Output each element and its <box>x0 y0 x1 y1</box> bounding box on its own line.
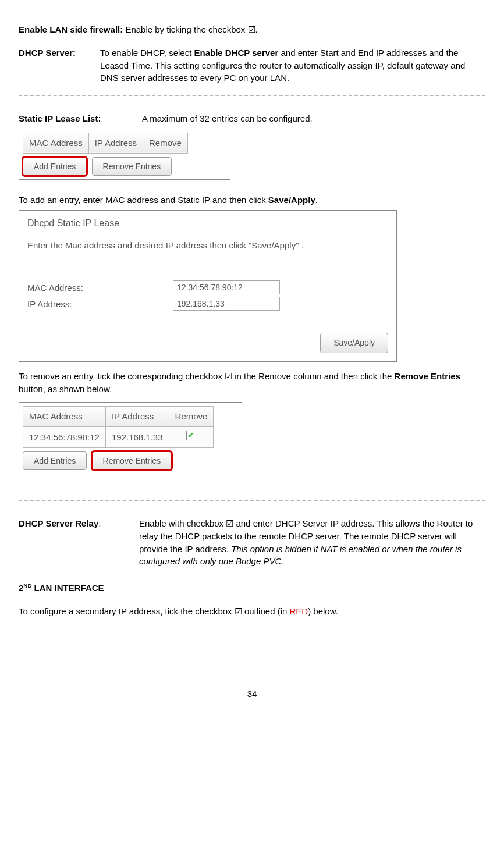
sl-text-red: RED <box>289 606 308 616</box>
relay-text-a: Enable with checkbox <box>139 518 226 528</box>
save-apply-button[interactable]: Save/Apply <box>320 333 388 353</box>
lease-table-empty: MAC Address IP Address Remove <box>23 133 188 154</box>
sl-text-c: ) below. <box>308 606 338 616</box>
ip-input[interactable] <box>173 297 280 311</box>
second-lan-text: To configure a secondary IP address, tic… <box>19 605 485 618</box>
button-row-1: Add Entries Remove Entries <box>23 157 226 176</box>
firewall-text-a: Enable by ticking the checkbox <box>123 24 247 34</box>
lease-table-panel-2: MAC Address IP Address Remove 12:34:56:7… <box>19 402 242 474</box>
dhcp-server-label: DHCP Server: <box>19 47 100 59</box>
checkbox-icon: ☑ <box>248 24 255 34</box>
cell-mac: 12:34:56:78:90:12 <box>23 427 106 448</box>
sl-text-b: outlined (in <box>242 606 290 616</box>
firewall-label: Enable LAN side firewall: <box>19 24 123 34</box>
remove-checkbox[interactable] <box>186 431 196 440</box>
th-ip: IP Address <box>88 133 143 153</box>
dhcp-relay-label: DHCP Server Relay: <box>19 517 139 530</box>
ip-row: IP Address: <box>27 297 388 311</box>
remove-instruction: To remove an entry, tick the correspondi… <box>19 370 485 396</box>
th-mac: MAC Address <box>23 133 89 153</box>
rem-instr-a: To remove an entry, tick the correspondi… <box>19 371 225 381</box>
th2-mac: MAC Address <box>23 407 106 427</box>
lease-table-filled: MAC Address IP Address Remove 12:34:56:7… <box>23 406 214 448</box>
add-instr-a: To add an entry, enter MAC address and S… <box>19 195 268 205</box>
rem-instr-c: Remove Entries <box>395 371 460 381</box>
divider-1 <box>19 95 485 96</box>
firewall-period: . <box>255 24 258 34</box>
remove-entries-button[interactable]: Remove Entries <box>92 157 172 176</box>
save-row: Save/Apply <box>27 333 388 353</box>
mac-input[interactable] <box>173 280 280 294</box>
rem-instr-b: in the Remove column and then click the <box>232 371 394 381</box>
divider-2 <box>19 500 485 501</box>
dhcp-text-bold: Enable DHCP server <box>194 48 278 58</box>
dialog-desc: Enter the Mac address and desired IP add… <box>27 239 388 252</box>
lease-table-panel-1: MAC Address IP Address Remove Add Entrie… <box>19 129 230 180</box>
page-number: 34 <box>19 688 485 700</box>
second-lan-heading: 2ND LAN INTERFACE <box>19 582 485 595</box>
static-lease-label: Static IP Lease List: <box>19 112 142 125</box>
add-instr-b: Save/Apply <box>268 195 315 205</box>
dhcp-relay-row: DHCP Server Relay: Enable with checkbox … <box>19 517 485 568</box>
add-entries-button[interactable]: Add Entries <box>23 157 87 176</box>
static-lease-text: A maximum of 32 entries can be configure… <box>142 112 485 125</box>
button-row-2: Add Entries Remove Entries <box>23 451 238 470</box>
mac-row: MAC Address: <box>27 280 388 294</box>
relay-colon: : <box>98 518 101 528</box>
dialog-title: Dhcpd Static IP Lease <box>27 216 388 230</box>
checkbox-icon-2: ☑ <box>225 371 232 381</box>
rem-instr-d: button, as shown below. <box>19 384 112 394</box>
second-lan-rest: LAN INTERFACE <box>31 583 104 593</box>
cell-ip: 192.168.1.33 <box>105 427 169 448</box>
mac-label: MAC Address: <box>27 282 173 294</box>
ip-label: IP Address: <box>27 298 173 311</box>
th-remove: Remove <box>143 133 187 153</box>
th2-remove: Remove <box>169 407 214 427</box>
dhcp-server-row: DHCP Server: To enable DHCP, select Enab… <box>19 47 485 84</box>
remove-entries-button-2[interactable]: Remove Entries <box>92 451 172 470</box>
checkbox-icon-4: ☑ <box>235 606 242 616</box>
add-entries-button-2[interactable]: Add Entries <box>23 451 87 470</box>
dhcp-relay-text: Enable with checkbox ☑ and enter DHCP Se… <box>139 517 485 568</box>
sl-text-a: To configure a secondary IP address, tic… <box>19 606 235 616</box>
checkbox-icon-3: ☑ <box>226 518 233 528</box>
second-lan-nd: ND <box>23 582 31 589</box>
add-instr-c: . <box>315 195 318 205</box>
static-lease-row: Static IP Lease List: A maximum of 32 en… <box>19 112 485 125</box>
firewall-line: Enable LAN side firewall: Enable by tick… <box>19 23 485 36</box>
table-row: 12:34:56:78:90:12 192.168.1.33 <box>23 427 214 448</box>
dhcp-server-text: To enable DHCP, select Enable DHCP serve… <box>100 47 485 84</box>
add-instruction: To add an entry, enter MAC address and S… <box>19 194 485 207</box>
dhcp-text-a: To enable DHCP, select <box>100 48 194 58</box>
cell-remove <box>169 427 214 448</box>
static-lease-dialog: Dhcpd Static IP Lease Enter the Mac addr… <box>19 210 397 362</box>
th2-ip: IP Address <box>105 407 169 427</box>
relay-label-text: DHCP Server Relay <box>19 518 98 528</box>
